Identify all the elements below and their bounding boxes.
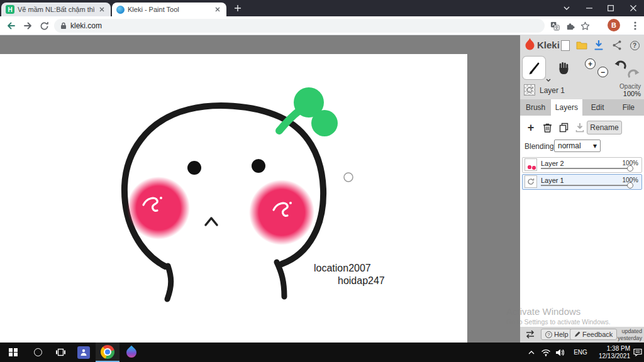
- trash-icon: [543, 123, 552, 133]
- hand-tool-button[interactable]: [555, 59, 572, 77]
- clock[interactable]: 1:38 PM 12/13/2021: [591, 343, 630, 362]
- hoidap-favicon-icon: H: [6, 5, 14, 14]
- bookmark-star-icon[interactable]: [580, 21, 590, 31]
- layer-row-layer1-selected[interactable]: Layer 1 100%: [522, 174, 642, 190]
- zoom-in-button[interactable]: +: [585, 58, 596, 69]
- task-view-icon: [56, 348, 65, 356]
- task-view-button[interactable]: [49, 343, 72, 362]
- panel-tabs: Brush Layers Edit File: [520, 99, 644, 116]
- windows-logo-icon: [9, 348, 18, 357]
- duplicate-layer-button[interactable]: [557, 121, 570, 134]
- updated-status: updated yesterday: [618, 328, 642, 341]
- add-layer-button[interactable]: +: [524, 121, 538, 134]
- reload-button[interactable]: [36, 18, 52, 33]
- extensions-icon[interactable]: [565, 21, 575, 31]
- kleki-panel: Kleki ? + − Layer 1: [520, 35, 644, 343]
- new-image-button[interactable]: [559, 39, 572, 52]
- share-button[interactable]: [611, 39, 623, 52]
- start-button[interactable]: [0, 343, 26, 362]
- tab-close-icon[interactable]: [97, 5, 106, 14]
- chrome-taskbar-button[interactable]: [96, 343, 119, 362]
- tab-brush[interactable]: Brush: [520, 99, 551, 116]
- layer-thumbnail: [525, 175, 537, 188]
- blending-value: normal: [558, 141, 581, 150]
- kleki-logo-icon: [525, 38, 535, 50]
- merge-down-icon: [575, 123, 584, 133]
- character-drawing: [0, 54, 467, 343]
- layer-thumbnail: [525, 158, 537, 171]
- blending-select[interactable]: normal ▾: [554, 140, 601, 152]
- paint-canvas[interactable]: location2007 hoidap247: [0, 54, 467, 343]
- browser-menu-icon[interactable]: [630, 21, 640, 31]
- redo-icon: [627, 68, 640, 79]
- browser-tab-kleki[interactable]: Kleki - Paint Tool: [112, 3, 226, 16]
- chrome-icon: [101, 345, 114, 359]
- paint-drop-icon: [125, 345, 139, 359]
- folder-icon: [576, 41, 587, 50]
- browser-tab-hoidap[interactable]: H Vẽ mầm NL:Bất chậm thì tại cach: [1, 3, 111, 16]
- translate-icon[interactable]: [550, 21, 560, 31]
- window-minimize-button[interactable]: [579, 0, 600, 16]
- kleki-app-button[interactable]: [119, 343, 143, 362]
- feedback-pill-button[interactable]: Feedback: [570, 329, 617, 340]
- brush-options-chevron-icon[interactable]: [546, 73, 551, 84]
- taskbar: ENG 1:38 PM 12/13/2021: [0, 343, 644, 362]
- tab-edit[interactable]: Edit: [582, 99, 613, 116]
- tab-search-icon[interactable]: [556, 0, 577, 16]
- brush-tool-button[interactable]: [523, 57, 545, 79]
- back-button[interactable]: [4, 18, 19, 33]
- layer-name: Layer 1: [541, 177, 564, 184]
- forward-button[interactable]: [20, 18, 35, 33]
- opacity-value[interactable]: 100%: [623, 90, 641, 97]
- layer-opacity-slider[interactable]: [541, 185, 629, 186]
- canvas-text: location2007: [314, 263, 371, 274]
- active-layer-name: Layer 1: [540, 86, 565, 95]
- teams-icon: [77, 346, 90, 359]
- download-icon: [594, 40, 603, 50]
- help-button[interactable]: ?: [628, 39, 641, 52]
- open-file-button[interactable]: [575, 39, 588, 52]
- lock-icon: [60, 22, 67, 30]
- url-text: kleki.com: [70, 21, 102, 30]
- new-tab-button[interactable]: [233, 3, 243, 13]
- zoom-out-button[interactable]: −: [597, 67, 608, 77]
- active-layer-thumbnail[interactable]: [524, 84, 535, 96]
- profile-avatar[interactable]: B: [608, 19, 620, 31]
- action-center-icon[interactable]: [631, 343, 644, 362]
- rename-button[interactable]: Rename: [587, 121, 622, 134]
- tab-layers[interactable]: Layers: [551, 99, 582, 116]
- volume-icon[interactable]: [553, 343, 566, 362]
- layer-name: Layer 2: [541, 160, 564, 167]
- teams-button[interactable]: [72, 343, 96, 362]
- time-text: 1:38 PM: [591, 345, 630, 353]
- layer-opacity-knob[interactable]: [627, 182, 633, 189]
- share-icon: [613, 40, 621, 50]
- save-download-button[interactable]: [592, 39, 605, 52]
- help-pill-button[interactable]: ? Help: [541, 329, 573, 340]
- feedback-label: Feedback: [582, 331, 613, 338]
- layer-row-layer2[interactable]: Layer 2 100%: [522, 157, 642, 173]
- window-maximize-button[interactable]: [600, 0, 621, 16]
- language-indicator[interactable]: ENG: [570, 343, 591, 362]
- tab-file[interactable]: File: [613, 99, 644, 116]
- address-bar[interactable]: kleki.com: [54, 19, 545, 33]
- search-button[interactable]: [26, 343, 49, 362]
- redo-button[interactable]: [627, 68, 640, 81]
- help-label: Help: [554, 331, 569, 338]
- tab-close-icon[interactable]: [213, 5, 222, 14]
- select-arrow-icon: ▾: [593, 141, 597, 150]
- brush-cursor: [344, 173, 353, 182]
- layers-tab-content: + Rename Blending normal ▾ Layer 2 100%: [520, 116, 644, 327]
- undo-button[interactable]: [614, 59, 627, 72]
- window-close-button[interactable]: [623, 0, 644, 16]
- merge-layer-button[interactable]: [573, 121, 587, 134]
- layer-opacity-knob[interactable]: [627, 165, 633, 172]
- tab-title: Kleki - Paint Tool: [128, 6, 210, 13]
- canvas-text: hoidap247: [338, 275, 385, 287]
- swap-arrows-icon[interactable]: [525, 330, 536, 341]
- tray-chevron-up-icon[interactable]: [526, 343, 537, 362]
- brush-icon: [526, 60, 541, 75]
- layer-opacity-slider[interactable]: [541, 168, 629, 169]
- delete-layer-button[interactable]: [540, 121, 554, 134]
- wifi-icon[interactable]: [540, 343, 552, 362]
